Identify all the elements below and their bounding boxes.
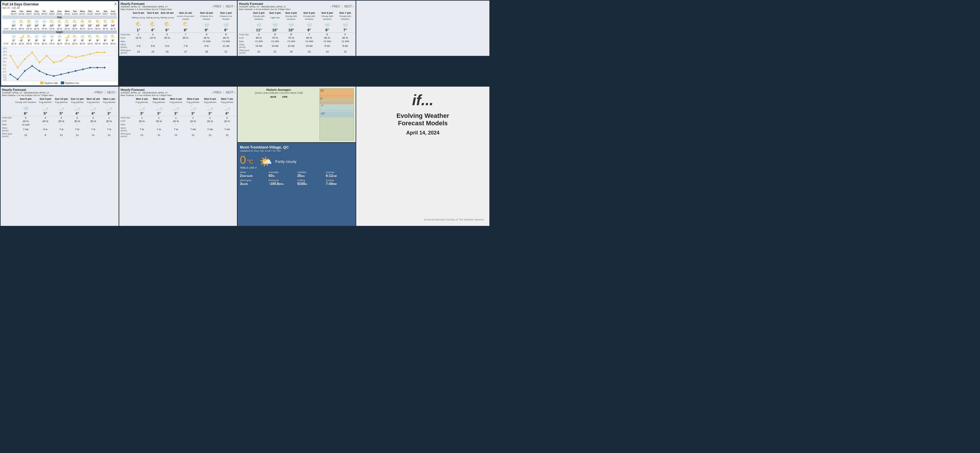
hour-header: Sun 4 pm bbox=[282, 11, 300, 14]
rain-row: Rain<1 mm----- bbox=[2, 123, 117, 126]
forecast-outlook-bl: Rain Outlook: 1-3 mm 8:00am Sun to 7:00p… bbox=[2, 94, 53, 97]
svg-point-25 bbox=[82, 55, 83, 57]
svg-rect-44 bbox=[320, 97, 354, 104]
pop-row: POP40 %40 %30 %30 %30 %30 % bbox=[2, 120, 117, 123]
prev-btn-bm[interactable]: ‹ PREV bbox=[212, 91, 222, 94]
hour-header: Mon 1 am bbox=[101, 97, 117, 100]
hour-header: Sun 5 pm bbox=[300, 11, 318, 14]
hour-header: Mon 4 am bbox=[167, 97, 184, 100]
top-middle-forecast: Hourly Forecast SUNDAY, APRIL 14 · WEDNE… bbox=[237, 1, 356, 56]
temp-row: 1°4°6°8°9°9° bbox=[121, 27, 236, 33]
night-temps-row: 1°-2°3°6°3°1°0°1°2°3°4°5°5°5° bbox=[2, 39, 117, 42]
rain-row: Rain----<1 mm<1 mm bbox=[121, 40, 236, 43]
overview-title: Full 14 Days Overview bbox=[2, 2, 117, 6]
forecast-table-tl: Sun 8 amSun 9 amSun 10 amSun 11 amSun 12… bbox=[121, 11, 236, 54]
if-panel: if... Evolving Weather Forecast Models A… bbox=[356, 86, 489, 226]
svg-point-42 bbox=[104, 67, 105, 69]
condition-row: Mainly sunnyMainly sunnyMainly sunnyA mi… bbox=[121, 14, 236, 21]
overview-date-range: Apr 15 - Apr 28 bbox=[2, 6, 117, 9]
svg-rect-43 bbox=[320, 89, 354, 97]
forecast-title-tl: Hourly Forecast bbox=[121, 2, 172, 5]
month-apr: APR bbox=[282, 96, 287, 98]
next-btn-tl[interactable]: NEXT › bbox=[225, 5, 236, 8]
next-btn-bm[interactable]: NEXT › bbox=[225, 91, 236, 94]
hour-header: Sun 10 am bbox=[160, 11, 174, 14]
icon-row: 🌫️🌫️🌫️🌫️🌫️🌫️ bbox=[121, 104, 236, 111]
hour-header: Mon 2 am bbox=[133, 97, 150, 100]
feels-row: Feels like145788 bbox=[121, 33, 236, 37]
wind-row: Wind(km/h)14 sw14 sw12 sw10 sw9 sw8 sw bbox=[239, 43, 354, 49]
prev-btn-tm[interactable]: ‹ PREV bbox=[330, 5, 340, 8]
col-0419: Fri04/19 bbox=[40, 10, 48, 16]
col-0417: Wed04/17 bbox=[25, 10, 33, 16]
svg-point-26 bbox=[89, 53, 91, 55]
forecast-table-tm: Sun 2 pmSun 3 pmSun 4 pmSun 5 pmSun 6 pm… bbox=[239, 11, 354, 54]
hour-header: Sun 8 am bbox=[131, 11, 146, 14]
svg-text:-7°: -7° bbox=[320, 104, 324, 107]
hour-header: Sun 2 pm bbox=[250, 11, 268, 14]
night-legend-label: Nighttime low bbox=[65, 82, 79, 84]
hour-header: Sun 11 am bbox=[174, 11, 197, 14]
svg-point-38 bbox=[75, 70, 76, 72]
col-0421: Sun04/21 bbox=[56, 10, 63, 16]
gust-row: Wind gust(km/h)141415171821 bbox=[121, 49, 236, 54]
temperature-chart: 16°C 14°C 12°C 10°C 8°C 6°C 4°C 2°C 0°C … bbox=[2, 46, 117, 81]
updated-time: Updated on Sun, Apr 14 at 7:37 AM bbox=[240, 149, 353, 152]
wind-row: Wind(km/h)1 w3 w5 w7 w9 w11 sw bbox=[121, 43, 236, 49]
prev-btn-bl[interactable]: ‹ PREV bbox=[93, 91, 103, 94]
close-button[interactable]: ✕ bbox=[114, 2, 117, 6]
svg-point-21 bbox=[53, 62, 54, 63]
sunset-detail: Sunset 7:44PM bbox=[326, 179, 353, 186]
hour-header: Mon 6 am bbox=[202, 97, 218, 100]
hour-header: Sun 6 pm bbox=[318, 11, 336, 14]
svg-point-39 bbox=[82, 69, 83, 70]
svg-point-41 bbox=[97, 67, 98, 69]
next-btn-bl[interactable]: NEXT › bbox=[107, 91, 117, 94]
hour-header: Sun 12 pm bbox=[197, 11, 216, 14]
svg-text:14°C: 14°C bbox=[3, 51, 7, 53]
forecast-table-bl: Sun 8 pmSun 9 pmSun 10 pmSun 11 pmMon 12… bbox=[2, 97, 117, 138]
rain-row: Rain<1 mm<1 mm<1 mm<1 mm<1 mm<1 mm bbox=[239, 40, 354, 43]
svg-point-33 bbox=[39, 70, 40, 72]
overview-table: Mon04/15 Tue04/16 Wed04/17 Thu04/18 Fri0… bbox=[2, 10, 117, 45]
forecast-outlook-bm: Rain Outlook: 1-3 mm 8:00am Sun to 7:00p… bbox=[121, 94, 172, 97]
condition-text: Partly cloudy bbox=[275, 160, 296, 164]
gust-row: Wind gust(km/h)11911111111 bbox=[2, 132, 117, 138]
svg-point-29 bbox=[10, 73, 11, 75]
hour-header: Sun 9 am bbox=[146, 11, 160, 14]
humidity-detail: Humidity 93% bbox=[269, 171, 296, 178]
svg-text:6°C: 6°C bbox=[3, 64, 6, 66]
gust-row: Wind gust(km/h)212118151412 bbox=[239, 49, 354, 54]
svg-point-36 bbox=[60, 73, 62, 75]
col-0426: Fri04/26 bbox=[94, 10, 102, 16]
forecast-title-bm: Hourly Forecast bbox=[121, 88, 172, 91]
svg-point-31 bbox=[24, 70, 25, 72]
prev-btn-tl[interactable]: ‹ PREV bbox=[212, 5, 222, 8]
svg-point-18 bbox=[31, 52, 33, 53]
day-pop-row: POP40 %30 %20 %30 %70 %70 %30 %20 %20 %4… bbox=[2, 27, 117, 30]
feels-like: FEELS LIKE 0 bbox=[240, 166, 256, 169]
pressure-detail: Pressure ↑100.6kPa bbox=[269, 179, 296, 186]
if-logo: if... bbox=[412, 91, 434, 108]
top-right-empty bbox=[356, 1, 489, 56]
historic-subtitle: (Dash Lines Indicate Common Wind Chill) bbox=[239, 91, 318, 94]
next-btn-tm[interactable]: NEXT › bbox=[344, 5, 354, 8]
svg-point-15 bbox=[10, 55, 11, 57]
svg-text:4°C: 4°C bbox=[3, 67, 6, 69]
svg-text:16°C: 16°C bbox=[3, 47, 7, 49]
temp-row: 11°10°10°9°8°7° bbox=[239, 27, 354, 33]
feels-row: Feels like988765 bbox=[239, 33, 354, 37]
bottom-right-section: Historic Averages: (Dash Lines Indicate … bbox=[237, 86, 356, 226]
hour-header: Mon 12 am bbox=[85, 97, 101, 100]
col-0428: Sun04/28 bbox=[109, 10, 117, 16]
condition-row: Fog patchesFog patchesFog patchesFog pat… bbox=[121, 100, 236, 104]
svg-point-32 bbox=[31, 65, 33, 67]
forecast-subtitle-bm: SUNDAY, APRIL 14 · WEDNESDAY, APRIL 17 bbox=[121, 91, 172, 94]
col-0427: Sat04/27 bbox=[102, 10, 109, 16]
svg-text:25°: 25° bbox=[320, 89, 325, 92]
temp-row: 3°3°3°3°3°4° bbox=[121, 111, 236, 116]
current-weather-panel: Mont-Tremblant-Village, QC Updated on Su… bbox=[237, 143, 356, 226]
feels-row: Feels like543221 bbox=[2, 116, 117, 120]
col-0415: Mon04/15 bbox=[10, 10, 18, 16]
svg-text:10°C: 10°C bbox=[3, 57, 7, 59]
